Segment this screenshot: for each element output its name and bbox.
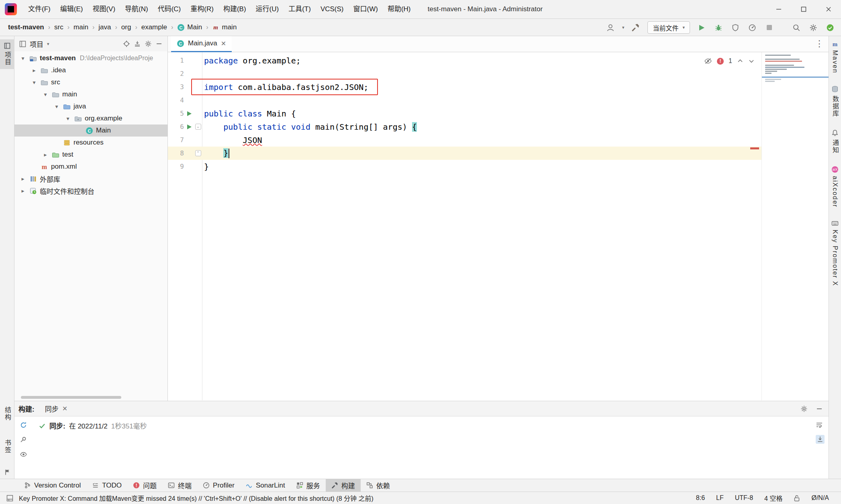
breadcrumb-item-example[interactable]: example [141,22,168,32]
tree-item-外部库[interactable]: ▸外部库 [14,173,167,185]
status-message[interactable]: Key Promoter X: Command 加载Maven变更 missed… [19,493,696,503]
menu-w[interactable]: 窗口(W) [349,0,383,18]
line-number[interactable]: 9 [168,163,184,170]
menu-vcss[interactable]: VCS(S) [316,0,349,18]
project-view-title[interactable]: 项目 [30,39,43,49]
build-status-row[interactable]: 同步: 在 2022/11/2 1秒351毫秒 [32,416,159,431]
chevron-down-icon[interactable]: ▾ [51,103,62,110]
tree-item-Main[interactable]: CMain [14,124,167,137]
bookmark-flag-icon[interactable] [4,469,10,475]
tool-window-button-Profiler[interactable]: Profiler [197,479,240,492]
tool-window-button-终端[interactable]: 终端 [162,479,197,492]
menu-n[interactable]: 导航(N) [120,0,153,18]
build-settings-gear-icon[interactable] [800,405,808,412]
tool-window-button-Maven[interactable]: mMaven [831,40,839,73]
chevron-right-icon[interactable]: ▸ [18,175,28,182]
tree-item-src[interactable]: ▾src [14,76,167,88]
build-tab-sync[interactable]: 同步 ✕ [45,404,67,414]
line-number[interactable]: 6 [168,123,184,131]
tool-window-button-构建[interactable]: 构建 [326,479,361,492]
tool-window-button-服务[interactable]: 服务 [291,479,326,492]
chevron-down-icon[interactable]: ▾ [63,115,73,122]
debug-button[interactable] [713,22,724,33]
lock-icon[interactable] [794,495,800,502]
tool-window-button-SonarLint[interactable]: SonarLint [240,479,291,492]
code-line-2[interactable]: 2 [168,67,761,80]
next-error-chevron-icon[interactable] [748,58,755,64]
run-gutter-icon[interactable] [184,124,194,130]
hide-tool-window-icon[interactable] [155,40,163,47]
scroll-to-end-icon[interactable] [816,435,825,444]
breadcrumb-item-src[interactable]: src [53,22,64,32]
indent-widget[interactable]: 4 空格 [764,493,782,503]
run-with-coverage-button[interactable] [730,22,741,33]
locate-file-icon[interactable] [123,40,130,47]
breadcrumb-item-org[interactable]: org [120,22,132,32]
ide-update-status-icon[interactable] [825,22,835,33]
tab-options-kebab-icon[interactable]: ⋮ [815,39,824,49]
code-line-3[interactable]: 3import com.alibaba.fastjson2.JSON; [168,80,761,94]
line-number[interactable]: 1 [168,57,184,64]
settings-gear-icon[interactable] [808,22,819,33]
chevron-down-icon[interactable]: ▾ [47,41,49,47]
run-button[interactable] [696,22,707,33]
tool-window-button-TODO[interactable]: TODO [86,479,127,492]
build-hammer-icon[interactable] [631,22,641,33]
tool-window-button-Key Promoter X[interactable]: Key Promoter X [831,220,839,286]
highlight-off-eye-icon[interactable] [704,57,712,65]
project-options-gear-icon[interactable] [145,40,152,47]
code-line-1[interactable]: 1package org.example; [168,54,761,67]
tool-window-button-项目[interactable]: 项目 [0,39,14,69]
menu-e[interactable]: 编辑(E) [55,0,88,18]
code-line-7[interactable]: 7 JSON [168,133,761,147]
user-account-icon[interactable] [605,22,616,33]
encoding-widget[interactable]: UTF-8 [735,494,753,502]
chevron-right-icon[interactable]: ▸ [40,151,51,158]
line-number[interactable]: 5 [168,110,184,117]
caret-position-widget[interactable]: 8:6 [696,494,705,502]
tree-item-临时文件和控制台[interactable]: ▸临时文件和控制台 [14,185,167,197]
collapse-all-icon[interactable] [134,40,141,47]
fold-marker-icon[interactable]: ⌃ [194,150,202,156]
tree-item-main[interactable]: ▾main [14,88,167,100]
menu-c[interactable]: 代码(C) [153,0,186,18]
line-number[interactable]: 8 [168,149,184,157]
tree-item-org.example[interactable]: ▾org.example [14,112,167,124]
inspect-eye-icon[interactable] [20,451,27,458]
editor-body[interactable]: 1package org.example;23import com.alibab… [168,52,829,400]
menu-r[interactable]: 重构(R) [186,0,218,18]
tree-item-.idea[interactable]: ▸.idea [14,64,167,76]
menu-u[interactable]: 运行(U) [251,0,284,18]
tool-window-button-aiXcoder[interactable]: aiXaiXcoder [831,166,839,208]
tool-window-button-依赖[interactable]: 依赖 [361,479,396,492]
chevron-right-icon[interactable]: ▸ [29,67,39,73]
chevron-down-icon[interactable]: ▾ [40,91,51,98]
previous-error-chevron-icon[interactable] [737,58,743,64]
menu-v[interactable]: 视图(V) [88,0,120,18]
profiler-button[interactable] [747,22,757,33]
chevron-right-icon[interactable]: ▸ [18,188,28,194]
minimap[interactable] [761,52,829,400]
tool-window-button-问题[interactable]: 问题 [127,479,162,492]
minimize-icon[interactable] [766,0,791,18]
breadcrumb-item-Main[interactable]: CMain [176,22,203,32]
breadcrumb-item-main[interactable]: main [73,22,89,32]
maximize-icon[interactable] [791,0,816,18]
hide-build-panel-icon[interactable] [816,405,823,412]
tree-item-test-maven[interactable]: ▾test-mavenD:\IdeaProjects\IdeaProje [14,52,167,64]
tree-item-java[interactable]: ▾java [14,100,167,112]
code-line-4[interactable]: 4 [168,94,761,107]
line-number[interactable]: 2 [168,70,184,78]
line-number[interactable]: 7 [168,136,184,144]
run-gutter-icon[interactable] [184,110,194,117]
coverage-widget[interactable]: Ø/N/A [811,494,829,502]
horizontal-scrollbar[interactable] [21,396,121,399]
error-badge-icon[interactable]: ! [717,58,724,65]
tab-main-java[interactable]: C Main.java ✕ [171,36,232,52]
error-stripe-mark[interactable] [750,147,759,149]
close-icon[interactable] [816,0,841,18]
breadcrumb-item-main[interactable]: mmain [211,22,237,32]
tool-window-button-Version Control[interactable]: Version Control [18,479,86,492]
tool-window-button-数据库[interactable]: 数据库 [830,86,840,117]
breadcrumb-item-test-maven[interactable]: test-maven [7,22,45,32]
